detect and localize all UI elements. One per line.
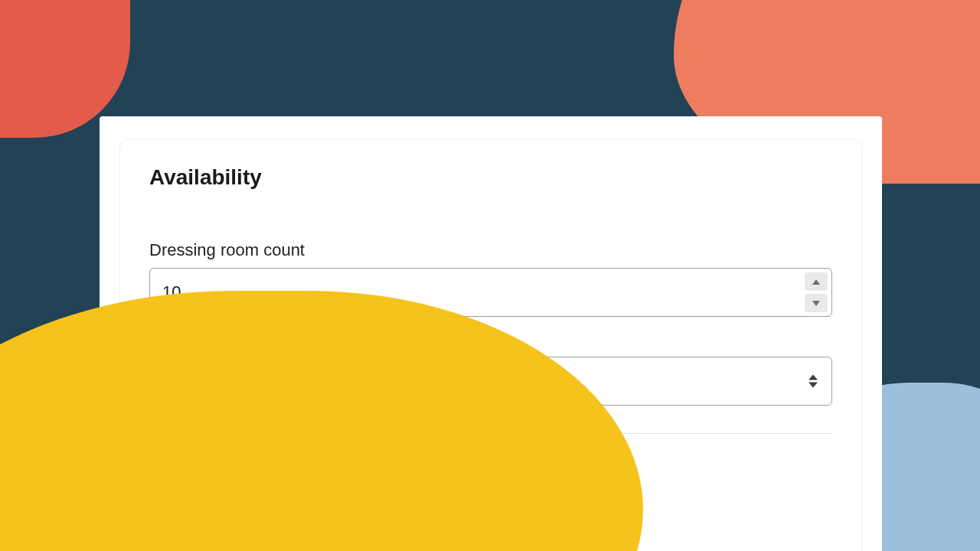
dressing-room-count-label: Dressing room count — [149, 240, 832, 260]
chevron-down-icon — [812, 301, 820, 306]
number-spinner — [805, 272, 828, 312]
section-title: Availability — [149, 165, 832, 190]
increment-button[interactable] — [805, 272, 828, 291]
chevron-up-icon — [812, 279, 820, 285]
decrement-button[interactable] — [805, 294, 828, 312]
select-arrows-icon — [808, 375, 818, 388]
